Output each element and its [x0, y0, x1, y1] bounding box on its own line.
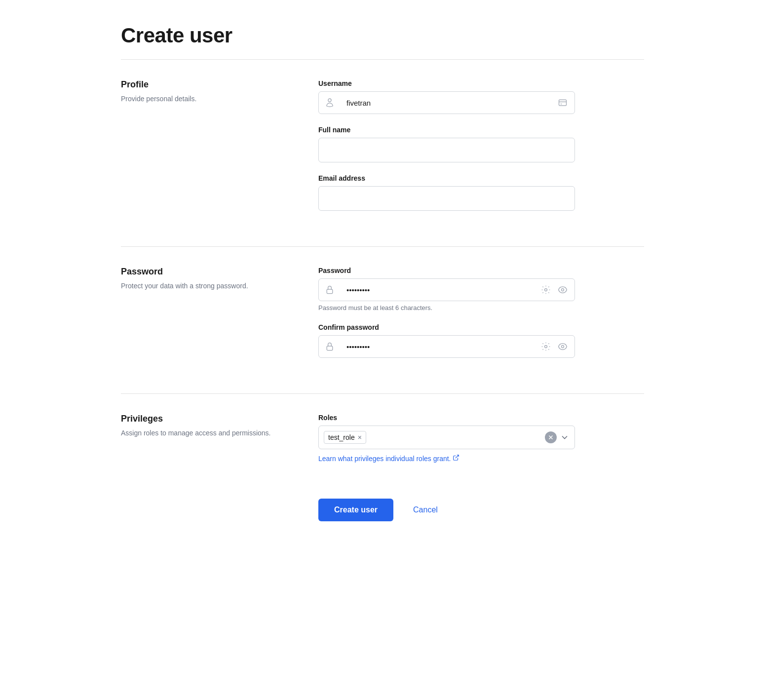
- username-input-wrapper: [318, 91, 575, 114]
- profile-password-divider: [121, 246, 644, 247]
- password-hint: Password must be at least 6 characters.: [318, 304, 575, 311]
- password-label: Password: [318, 267, 575, 274]
- role-tag-remove-button[interactable]: ×: [358, 434, 362, 441]
- role-tag-test-role: test_role ×: [324, 431, 366, 444]
- fullname-input[interactable]: [318, 138, 575, 162]
- privileges-section-description: Assign roles to manage access and permis…: [121, 428, 279, 438]
- password-generate-icon[interactable]: [539, 283, 553, 297]
- profile-section-description: Provide personal details.: [121, 94, 279, 104]
- password-section-description: Protect your data with a strong password…: [121, 281, 279, 291]
- email-field-group: Email address: [318, 174, 575, 211]
- privileges-section-left: Privileges Assign roles to manage access…: [121, 414, 279, 475]
- privileges-section-right: Roles test_role ×: [318, 414, 575, 475]
- username-field-group: Username: [318, 79, 575, 114]
- password-section-right: Password: [318, 267, 575, 370]
- privileges-section-title: Privileges: [121, 414, 279, 424]
- password-section: Password Protect your data with a strong…: [121, 267, 644, 370]
- roles-actions: [545, 431, 570, 443]
- roles-label: Roles: [318, 414, 575, 422]
- svg-rect-0: [559, 100, 567, 106]
- svg-rect-3: [327, 289, 333, 293]
- learn-privileges-link[interactable]: Learn what privileges individual roles g…: [318, 454, 459, 463]
- roles-dropdown-chevron[interactable]: [560, 432, 570, 442]
- svg-point-6: [545, 346, 547, 348]
- profile-section: Profile Provide personal details. Userna…: [121, 79, 644, 223]
- profile-section-right: Username: [318, 79, 575, 223]
- password-section-left: Password Protect your data with a strong…: [121, 267, 279, 370]
- card-icon[interactable]: [556, 96, 570, 110]
- profile-section-left: Profile Provide personal details.: [121, 79, 279, 223]
- password-section-title: Password: [121, 267, 279, 277]
- roles-clear-button[interactable]: [545, 431, 557, 443]
- fullname-label: Full name: [318, 126, 575, 134]
- user-icon: [319, 98, 341, 108]
- cancel-button[interactable]: Cancel: [405, 499, 446, 521]
- external-link-icon: [453, 454, 459, 463]
- lock-icon: [319, 285, 341, 295]
- learn-privileges-link-text: Learn what privileges individual roles g…: [318, 455, 451, 463]
- svg-point-4: [545, 289, 547, 291]
- password-privileges-divider: [121, 393, 644, 394]
- confirm-lock-icon: [319, 342, 341, 351]
- svg-line-9: [456, 455, 459, 458]
- confirm-password-field-group: Confirm password: [318, 323, 575, 358]
- password-suffix: [534, 283, 574, 297]
- password-input-wrapper: [318, 278, 575, 301]
- svg-rect-5: [327, 346, 333, 350]
- confirm-password-show-icon[interactable]: [556, 340, 570, 353]
- fullname-field-group: Full name: [318, 126, 575, 162]
- page-title: Create user: [121, 24, 644, 47]
- email-label: Email address: [318, 174, 575, 182]
- email-input[interactable]: [318, 186, 575, 211]
- username-suffix: [551, 96, 574, 110]
- password-input[interactable]: [341, 279, 534, 301]
- create-user-button[interactable]: Create user: [318, 499, 393, 521]
- username-label: Username: [318, 79, 575, 87]
- username-input[interactable]: [341, 92, 551, 114]
- roles-input-wrapper[interactable]: test_role ×: [318, 426, 575, 449]
- privileges-section: Privileges Assign roles to manage access…: [121, 414, 644, 475]
- confirm-password-suffix: [534, 340, 574, 353]
- title-divider: [121, 59, 644, 60]
- password-show-icon[interactable]: [556, 283, 570, 297]
- confirm-password-label: Confirm password: [318, 323, 575, 331]
- profile-section-title: Profile: [121, 79, 279, 90]
- confirm-password-input-wrapper: [318, 335, 575, 358]
- password-field-group: Password: [318, 267, 575, 311]
- role-tag-text: test_role: [328, 433, 355, 441]
- roles-field-group: Roles test_role ×: [318, 414, 575, 463]
- form-actions: Create user Cancel: [121, 499, 644, 521]
- confirm-password-input[interactable]: [341, 336, 534, 357]
- confirm-password-generate-icon[interactable]: [539, 340, 553, 353]
